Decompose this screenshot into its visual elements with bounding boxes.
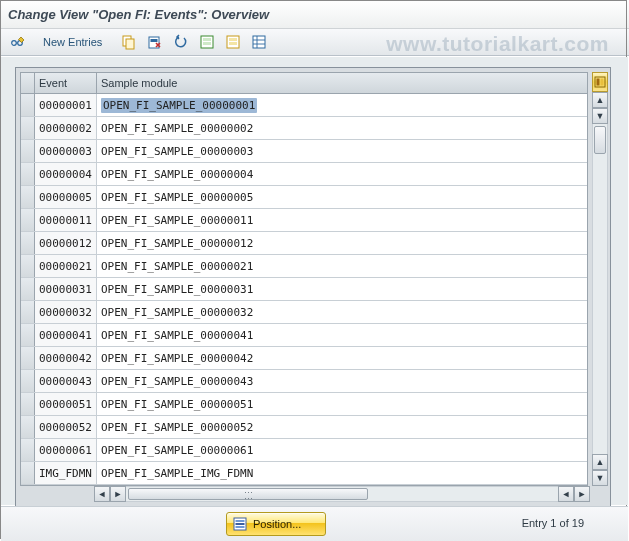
- hscroll-thumb[interactable]: [128, 488, 368, 500]
- table-row[interactable]: 00000031OPEN_FI_SAMPLE_00000031: [21, 278, 587, 301]
- table-row[interactable]: 00000002OPEN_FI_SAMPLE_00000002: [21, 117, 587, 140]
- cell-event[interactable]: 00000021: [35, 255, 97, 277]
- cell-event[interactable]: 00000005: [35, 186, 97, 208]
- table-row[interactable]: 00000012OPEN_FI_SAMPLE_00000012: [21, 232, 587, 255]
- configure-icon: [594, 76, 606, 88]
- cell-event[interactable]: 00000051: [35, 393, 97, 415]
- cell-sample[interactable]: OPEN_FI_SAMPLE_00000002: [97, 117, 587, 139]
- row-selector[interactable]: [21, 255, 35, 277]
- row-selector[interactable]: [21, 439, 35, 461]
- cell-sample[interactable]: OPEN_FI_SAMPLE_00000041: [97, 324, 587, 346]
- grid-container: Event Sample module 00000001OPEN_FI_SAMP…: [15, 67, 611, 507]
- row-selector[interactable]: [21, 278, 35, 300]
- grid-header-select[interactable]: [21, 73, 35, 93]
- scroll-down-button[interactable]: ▼: [592, 470, 608, 486]
- cell-sample[interactable]: OPEN_FI_SAMPLE_00000021: [97, 255, 587, 277]
- entry-count-text: Entry 1 of 19: [522, 517, 584, 529]
- cell-event[interactable]: 00000052: [35, 416, 97, 438]
- table-row[interactable]: 00000003OPEN_FI_SAMPLE_00000003: [21, 140, 587, 163]
- grid-header-event[interactable]: Event: [35, 73, 97, 93]
- grid-header: Event Sample module: [21, 73, 587, 94]
- cell-event[interactable]: 00000061: [35, 439, 97, 461]
- row-selector[interactable]: [21, 462, 35, 484]
- svg-rect-14: [597, 79, 600, 86]
- scroll-left-button[interactable]: ◄: [94, 486, 110, 502]
- cell-event[interactable]: 00000012: [35, 232, 97, 254]
- table-row[interactable]: 00000043OPEN_FI_SAMPLE_00000043: [21, 370, 587, 393]
- table-row[interactable]: 00000042OPEN_FI_SAMPLE_00000042: [21, 347, 587, 370]
- cell-sample[interactable]: OPEN_FI_SAMPLE_00000032: [97, 301, 587, 323]
- cell-sample[interactable]: OPEN_FI_SAMPLE_00000043: [97, 370, 587, 392]
- table-row[interactable]: 00000021OPEN_FI_SAMPLE_00000021: [21, 255, 587, 278]
- vertical-scrollbar: ▲ ▼ ▲ ▼: [592, 72, 608, 486]
- table-row[interactable]: 00000041OPEN_FI_SAMPLE_00000041: [21, 324, 587, 347]
- cell-event[interactable]: 00000011: [35, 209, 97, 231]
- row-selector[interactable]: [21, 347, 35, 369]
- cell-sample[interactable]: OPEN_FI_SAMPLE_00000004: [97, 163, 587, 185]
- position-label: Position...: [253, 518, 301, 530]
- svg-rect-18: [236, 523, 245, 525]
- grid-header-sample[interactable]: Sample module: [97, 73, 587, 93]
- table-row[interactable]: 00000052OPEN_FI_SAMPLE_00000052: [21, 416, 587, 439]
- table-row[interactable]: 00000051OPEN_FI_SAMPLE_00000051: [21, 393, 587, 416]
- scroll-left-step-button[interactable]: ►: [110, 486, 126, 502]
- footer: Position... Entry 1 of 19: [1, 506, 628, 541]
- cell-sample[interactable]: OPEN_FI_SAMPLE_00000031: [97, 278, 587, 300]
- cell-event[interactable]: 00000004: [35, 163, 97, 185]
- cell-event[interactable]: 00000041: [35, 324, 97, 346]
- row-selector[interactable]: [21, 209, 35, 231]
- position-button[interactable]: Position...: [226, 512, 326, 536]
- row-selector[interactable]: [21, 324, 35, 346]
- scroll-up-button[interactable]: ▲: [592, 92, 608, 108]
- vscroll-track[interactable]: [592, 124, 608, 454]
- cell-sample[interactable]: OPEN_FI_SAMPLE_00000003: [97, 140, 587, 162]
- table-row[interactable]: 00000001OPEN_FI_SAMPLE_00000001: [21, 94, 587, 117]
- svg-rect-15: [601, 79, 604, 86]
- vscroll-thumb[interactable]: [594, 126, 606, 154]
- cell-event[interactable]: 00000031: [35, 278, 97, 300]
- table-row[interactable]: 00000011OPEN_FI_SAMPLE_00000011: [21, 209, 587, 232]
- cell-sample[interactable]: OPEN_FI_SAMPLE_00000011: [97, 209, 587, 231]
- cell-sample[interactable]: OPEN_FI_SAMPLE_00000042: [97, 347, 587, 369]
- row-selector[interactable]: [21, 370, 35, 392]
- cell-sample[interactable]: OPEN_FI_SAMPLE_00000052: [97, 416, 587, 438]
- svg-rect-19: [236, 526, 245, 528]
- scroll-right-button[interactable]: ►: [574, 486, 590, 502]
- cell-event[interactable]: 00000001: [35, 94, 97, 116]
- row-selector[interactable]: [21, 301, 35, 323]
- row-selector[interactable]: [21, 416, 35, 438]
- hscroll-spacer: [20, 486, 94, 502]
- cell-sample[interactable]: OPEN_FI_SAMPLE_IMG_FDMN: [97, 462, 587, 484]
- row-selector[interactable]: [21, 186, 35, 208]
- cell-event[interactable]: 00000032: [35, 301, 97, 323]
- scroll-up-step-button[interactable]: ▼: [592, 108, 608, 124]
- table-row[interactable]: 00000004OPEN_FI_SAMPLE_00000004: [21, 163, 587, 186]
- cell-sample[interactable]: OPEN_FI_SAMPLE_00000012: [97, 232, 587, 254]
- cell-sample[interactable]: OPEN_FI_SAMPLE_00000001: [97, 94, 587, 116]
- cell-sample[interactable]: OPEN_FI_SAMPLE_00000061: [97, 439, 587, 461]
- configure-columns-button[interactable]: [592, 72, 608, 92]
- row-selector[interactable]: [21, 393, 35, 415]
- grid-body: 00000001OPEN_FI_SAMPLE_0000000100000002O…: [21, 94, 587, 485]
- cell-sample[interactable]: OPEN_FI_SAMPLE_00000051: [97, 393, 587, 415]
- cell-event[interactable]: 00000003: [35, 140, 97, 162]
- cell-event[interactable]: IMG_FDMN: [35, 462, 97, 484]
- scroll-right-step-button[interactable]: ◄: [558, 486, 574, 502]
- table-row[interactable]: 00000032OPEN_FI_SAMPLE_00000032: [21, 301, 587, 324]
- page-canvas: Event Sample module 00000001OPEN_FI_SAMP…: [1, 57, 628, 505]
- row-selector[interactable]: [21, 94, 35, 116]
- table-row[interactable]: 00000005OPEN_FI_SAMPLE_00000005: [21, 186, 587, 209]
- svg-rect-17: [236, 520, 245, 522]
- row-selector[interactable]: [21, 163, 35, 185]
- row-selector[interactable]: [21, 232, 35, 254]
- scroll-down-step-button[interactable]: ▲: [592, 454, 608, 470]
- hscroll-track[interactable]: [126, 486, 558, 502]
- row-selector[interactable]: [21, 117, 35, 139]
- row-selector[interactable]: [21, 140, 35, 162]
- cell-event[interactable]: 00000002: [35, 117, 97, 139]
- cell-event[interactable]: 00000043: [35, 370, 97, 392]
- cell-sample[interactable]: OPEN_FI_SAMPLE_00000005: [97, 186, 587, 208]
- table-row[interactable]: 00000061OPEN_FI_SAMPLE_00000061: [21, 439, 587, 462]
- table-row[interactable]: IMG_FDMNOPEN_FI_SAMPLE_IMG_FDMN: [21, 462, 587, 485]
- cell-event[interactable]: 00000042: [35, 347, 97, 369]
